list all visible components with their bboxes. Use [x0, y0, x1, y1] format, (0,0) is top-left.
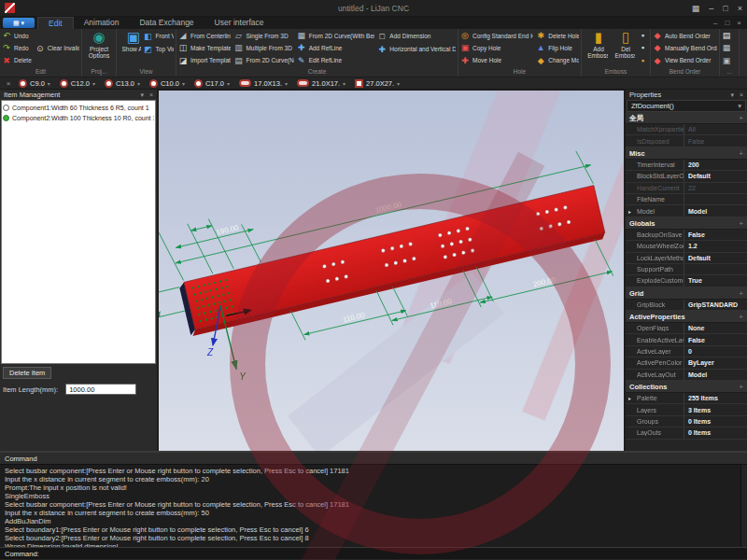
- property-row-groups[interactable]: Groups0 Items: [626, 416, 747, 427]
- section-collapse-icon[interactable]: +: [740, 287, 743, 299]
- ribbon-button-emboss-tool-icon[interactable]: ▪: [638, 30, 648, 41]
- section-collapse-icon[interactable]: +: [740, 381, 743, 392]
- mdi-restore-icon[interactable]: □: [725, 18, 729, 29]
- ribbon-button-import-template[interactable]: ◪Import Template: [178, 55, 231, 66]
- hole-size-item-c9-0[interactable]: C9.0▾: [14, 79, 55, 88]
- ribbon-button-from-2d-curve-with-bend[interactable]: ▦From 2D Curve(With Bend): [297, 30, 375, 41]
- object-selector[interactable]: ZfDocument() ▾: [627, 100, 746, 112]
- property-section-globals[interactable]: Globals+: [626, 217, 747, 230]
- ribbon-button-redo[interactable]: ↷Redo: [2, 42, 33, 53]
- property-row-matchxproperties[interactable]: MatchXpropertiesAll: [626, 124, 747, 135]
- command-input[interactable]: [44, 550, 742, 558]
- restore-icon[interactable]: □: [723, 3, 727, 14]
- ribbon-button-project-options[interactable]: ◉Project Options: [84, 30, 114, 59]
- ribbon-button-view-bend-order[interactable]: ◆View Bend Order: [653, 55, 717, 66]
- hole-size-item-21-0x17[interactable]: 21.0X17.▾: [292, 79, 350, 88]
- ribbon-button-bend-extra-icon[interactable]: ▣: [722, 55, 734, 66]
- hole-size-item-17-0x13[interactable]: 17.0X13.▾: [234, 79, 292, 88]
- ribbon-button-add-dimension[interactable]: □Add Dimension: [377, 30, 456, 42]
- tab-animation[interactable]: Animation: [74, 17, 130, 29]
- panel-close-icon[interactable]: ×: [740, 91, 743, 98]
- hole-size-item-c13-0[interactable]: C13.0▾: [100, 79, 145, 88]
- property-row-supportpath[interactable]: SupportPath: [626, 264, 747, 275]
- command-log-scrollbar[interactable]: [740, 465, 747, 547]
- property-row-activelayer[interactable]: ActiveLayer0: [626, 346, 747, 357]
- property-row-handlecurrent[interactable]: HandleCurrent22: [626, 183, 747, 194]
- property-row-enableactivelayerfr[interactable]: EnableActiveLayerFr...False: [626, 334, 747, 345]
- chevron-down-icon[interactable]: ▾: [397, 80, 400, 87]
- ribbon-button-config-standard-end-hole[interactable]: ◎Config Standard End Hole: [460, 30, 533, 41]
- property-row-timerinterval[interactable]: TimerInterval200: [626, 160, 747, 171]
- panel-menu-icon[interactable]: ▾: [140, 91, 144, 99]
- hole-size-item-c10-0[interactable]: C10.0▾: [145, 79, 190, 88]
- ribbon-button-clear-invalid-busbar[interactable]: ⊙Clear Invalid Busbar: [35, 42, 79, 54]
- tab-user-interface[interactable]: User interface: [204, 17, 275, 29]
- ribbon-button-copy-hole[interactable]: ▣Copy Hole: [460, 42, 533, 53]
- property-row-explodecustomobje[interactable]: ExplodeCustomObje...True: [626, 275, 747, 287]
- property-row-openflags[interactable]: OpenFlagsNone: [626, 323, 747, 334]
- ribbon-button-del-emboss[interactable]: ▯Del Emboss: [611, 30, 635, 59]
- expander-icon[interactable]: ▸: [628, 208, 631, 215]
- item-length-input[interactable]: [65, 384, 136, 395]
- hole-size-item-c17-0[interactable]: C17.0▾: [190, 79, 234, 88]
- toolbar-close-icon[interactable]: ×: [3, 79, 14, 88]
- ribbon-button-change-mold[interactable]: ◆Change Mold: [536, 55, 579, 66]
- ribbon-button-from-centerline[interactable]: ◢From Centerline: [178, 30, 231, 41]
- property-row-activepencolor[interactable]: ActivePenColorByLayer: [626, 357, 747, 369]
- section-collapse-icon[interactable]: +: [740, 112, 743, 123]
- ribbon-button-bend-list-icon[interactable]: ▤: [722, 30, 734, 41]
- hole-size-item-c12-0[interactable]: C12.0▾: [55, 79, 100, 88]
- mdi-close-icon[interactable]: ×: [737, 18, 741, 29]
- property-row-gripblock[interactable]: GripBlockGripSTANDARD: [626, 300, 747, 311]
- ribbon-button-add-refline[interactable]: ✚Add RefLine: [297, 42, 375, 53]
- chevron-down-icon[interactable]: ▾: [182, 80, 185, 87]
- ribbon-button-auto-bend-order[interactable]: ◆Auto Bend Order: [653, 30, 717, 41]
- delete-item-button[interactable]: Delete Item: [3, 367, 51, 379]
- property-row-filename[interactable]: FileName: [626, 194, 747, 205]
- ribbon-button-top-view[interactable]: ◩Top View: [144, 43, 174, 55]
- ribbon-button-horizontal-and-vertical-dimension[interactable]: ✚Horizontal and Vertical Dimension: [377, 43, 456, 55]
- ribbon-button-single-from-3d[interactable]: ▱Single From 3D: [233, 30, 293, 41]
- chevron-down-icon[interactable]: ▾: [92, 80, 95, 87]
- app-menu-button[interactable]: ▦ ▾: [3, 18, 35, 28]
- ribbon-button-add-emboss[interactable]: ▮Add Emboss: [584, 30, 608, 59]
- panel-close-icon[interactable]: ×: [149, 91, 153, 98]
- ribbon-button-move-hole[interactable]: ✚Move Hole: [460, 55, 533, 66]
- property-section-grid[interactable]: Grid+: [626, 287, 747, 300]
- property-row-activelayout[interactable]: ActiveLayOutModel: [626, 370, 747, 381]
- chevron-down-icon[interactable]: ▾: [285, 80, 288, 87]
- component-tree-item[interactable]: Component2:Width 100 Thickness 10 R0, co…: [3, 113, 154, 123]
- mdi-minimize-icon[interactable]: –: [713, 18, 717, 29]
- property-row-model[interactable]: ▸ModelModel: [626, 205, 747, 217]
- minimize-icon[interactable]: –: [709, 3, 713, 14]
- property-row-blockstdlayeroper[interactable]: BlockStdLayerOperDefault: [626, 171, 747, 182]
- property-row-locklayermethod[interactable]: LockLayerMethodDefault: [626, 253, 747, 264]
- chevron-down-icon[interactable]: ▾: [343, 80, 345, 87]
- property-row-palette[interactable]: ▸Palette255 Items: [626, 393, 747, 404]
- property-row-mousewheelzoomsc[interactable]: MouseWheelZoomSc...1.2: [626, 241, 747, 252]
- ribbon-button-emboss-tool-icon[interactable]: ▪: [638, 42, 648, 53]
- tab-data-exchange[interactable]: Data Exchange: [129, 17, 204, 29]
- ribbon-button-front-view[interactable]: ◧Front View: [144, 30, 174, 42]
- ribbon-button-flip-hole[interactable]: ▲Flip Hole: [536, 42, 579, 53]
- property-row-layers[interactable]: Layers3 Items: [626, 404, 747, 415]
- property-section-misc[interactable]: Misc+: [626, 147, 747, 160]
- property-section-activeproperties[interactable]: ActiveProperties+: [626, 311, 747, 323]
- ribbon-button-from-2d-curve-no-bend[interactable]: ▤From 2D Curve(No Bend): [233, 55, 293, 66]
- ribbon-button-delete-entity[interactable]: ✖Delete Entity: [2, 55, 33, 66]
- ribbon-button-multiple-from-3d[interactable]: ▥Multiple From 3D: [233, 42, 293, 53]
- property-row-isdisposed[interactable]: IsDisposedFalse: [626, 135, 747, 147]
- property-row-backuponsave[interactable]: BackupOnSaveFalse: [626, 230, 747, 241]
- viewport-3d[interactable]: 1000.00 190.00 110.00 110.00 200.00 Z Y: [159, 90, 624, 451]
- ribbon-button-edit-refline[interactable]: ✎Edit RefLine: [297, 55, 375, 66]
- component-tree-item[interactable]: Component1:Width 60 Thickness 6 R5, coun…: [3, 103, 154, 113]
- property-section-collections[interactable]: Collections+: [626, 381, 747, 393]
- property-row-layouts[interactable]: LayOuts0 Items: [626, 427, 747, 439]
- chevron-down-icon[interactable]: ▾: [48, 80, 50, 87]
- ribbon-button-undo[interactable]: ↶Undo: [2, 30, 33, 41]
- section-collapse-icon[interactable]: +: [740, 217, 743, 229]
- panel-menu-icon[interactable]: ▾: [730, 91, 734, 99]
- section-collapse-icon[interactable]: +: [740, 147, 743, 159]
- ribbon-button-delete-hole[interactable]: ✱Delete Hole: [536, 30, 579, 41]
- close-icon[interactable]: ×: [738, 3, 742, 14]
